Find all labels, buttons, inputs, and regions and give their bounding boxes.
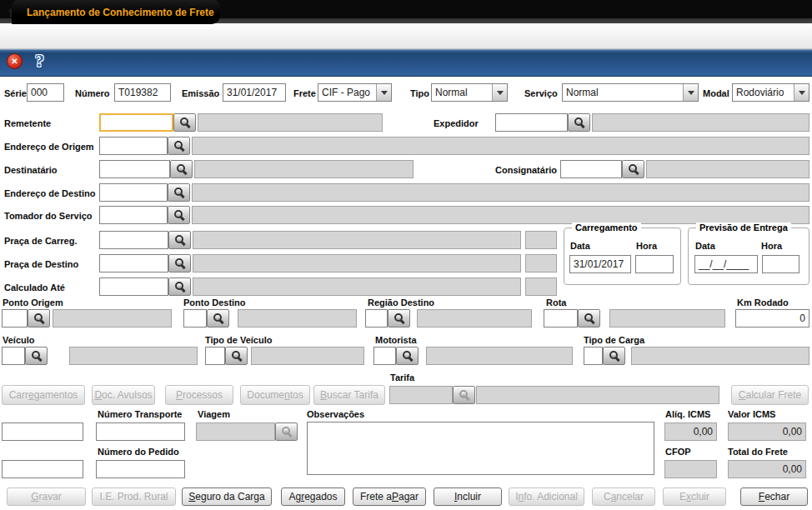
- emissao-input[interactable]: 31/01/2017: [223, 83, 286, 102]
- endereco-origem-search-button[interactable]: [168, 137, 190, 155]
- tipo-carga-search-button[interactable]: [603, 347, 625, 365]
- regiao-destino-desc-field: [417, 309, 532, 328]
- toolbar: [0, 49, 812, 77]
- help-icon[interactable]: ?: [35, 50, 44, 72]
- veiculo-code-input[interactable]: [2, 347, 25, 365]
- endereco-destino-code-input[interactable]: [99, 183, 168, 202]
- documentos-button[interactable]: Documentos: [240, 385, 310, 405]
- frete-label: Frete: [293, 88, 316, 98]
- praca-carreg-desc-field: [193, 231, 521, 249]
- expedidor-label: Expedidor: [434, 118, 479, 128]
- unlabeled-input-bottom[interactable]: [2, 460, 83, 478]
- remetente-code-input[interactable]: [99, 113, 173, 132]
- ponto-origem-code-input[interactable]: [2, 309, 28, 328]
- tipo-carga-code-input[interactable]: [584, 347, 603, 365]
- modal-select[interactable]: Rodoviário: [732, 83, 809, 102]
- tipo-veiculo-search-button[interactable]: [225, 347, 248, 365]
- destinatario-desc-field: [194, 160, 414, 178]
- tomador-search-button[interactable]: [168, 206, 190, 224]
- numero-input[interactable]: T019382: [114, 83, 171, 102]
- serie-input[interactable]: 000: [27, 83, 64, 102]
- calculado-ate-search-button[interactable]: [168, 278, 191, 296]
- endereco-origem-code-input[interactable]: [99, 137, 168, 155]
- tipo-select[interactable]: Normal: [431, 83, 508, 102]
- previsao-hora-label: Hora: [761, 241, 782, 251]
- search-icon: [213, 313, 224, 324]
- tarifa-search-button[interactable]: [453, 386, 475, 404]
- regiao-destino-search-button[interactable]: [388, 309, 410, 328]
- consignatario-search-button[interactable]: [622, 160, 644, 178]
- praca-destino-search-button[interactable]: [168, 254, 191, 272]
- motorista-search-button[interactable]: [396, 347, 419, 365]
- previsao-hora-input[interactable]: [762, 255, 799, 273]
- info-adicional-button[interactable]: Info. Adicional: [509, 488, 584, 506]
- servico-select[interactable]: Normal: [562, 83, 699, 102]
- calcular-frete-button[interactable]: Calcular Frete: [731, 385, 809, 405]
- search-icon: [281, 427, 293, 438]
- window-tab[interactable]: Lançamento de Conhecimento de Frete: [12, 0, 220, 24]
- praca-destino-code-input[interactable]: [99, 254, 168, 272]
- servico-dropdown-arrow-icon[interactable]: [683, 84, 698, 101]
- viagem-search-button[interactable]: [275, 422, 298, 441]
- frete-dropdown-arrow-icon[interactable]: [376, 84, 391, 101]
- viagem-label: Viagem: [198, 409, 230, 419]
- carregamento-hora-input[interactable]: [635, 255, 674, 273]
- endereco-destino-search-button[interactable]: [168, 183, 190, 202]
- tipo-dropdown-arrow-icon[interactable]: [492, 84, 507, 101]
- processos-button[interactable]: Processos: [165, 385, 233, 405]
- praca-destino-desc-field: [193, 254, 521, 272]
- endereco-origem-label: Endereço de Origem: [4, 142, 94, 152]
- doc-avulsos-button[interactable]: Doc. Avulsos: [92, 385, 155, 405]
- frete-select[interactable]: CIF - Pago: [318, 83, 392, 102]
- regiao-destino-code-input[interactable]: [365, 309, 388, 328]
- ponto-destino-search-button[interactable]: [207, 309, 229, 328]
- frete-a-pagar-button[interactable]: Frete a Pagar: [353, 488, 426, 506]
- carregamento-hora-label: Hora: [636, 241, 657, 251]
- rota-search-button[interactable]: [578, 309, 600, 328]
- expedidor-search-button[interactable]: [568, 113, 590, 132]
- cfop-label: CFOP: [665, 447, 691, 457]
- praca-carreg-search-button[interactable]: [168, 231, 191, 249]
- search-icon: [231, 351, 243, 362]
- consignatario-code-input[interactable]: [560, 160, 622, 178]
- ponto-destino-code-input[interactable]: [183, 309, 207, 328]
- tomador-code-input[interactable]: [99, 206, 168, 224]
- modal-dropdown-arrow-icon[interactable]: [794, 84, 809, 101]
- fechar-button[interactable]: Fechar: [740, 488, 808, 506]
- previsao-data-input[interactable]: __/__/____: [694, 255, 758, 273]
- search-icon: [173, 188, 185, 198]
- numero-transporte-input[interactable]: [96, 422, 185, 441]
- seguro-da-carga-button[interactable]: Seguro da Carga: [182, 488, 272, 506]
- praca-destino-label: Praça de Destino: [4, 259, 78, 269]
- observacoes-textarea[interactable]: [307, 422, 654, 475]
- incluir-button[interactable]: Incluir: [434, 488, 502, 506]
- tipo-veiculo-code-input[interactable]: [205, 347, 225, 365]
- buscar-tarifa-button[interactable]: Buscar Tarifa: [313, 385, 385, 405]
- veiculo-search-button[interactable]: [25, 347, 48, 365]
- carregamentos-button[interactable]: Carregamentos: [2, 385, 85, 405]
- carregamento-data-input[interactable]: 31/01/2017: [569, 255, 631, 273]
- agregados-button[interactable]: Agregados: [281, 488, 345, 506]
- ponto-origem-search-button[interactable]: [28, 309, 50, 328]
- km-rodado-input[interactable]: 0: [735, 309, 809, 328]
- rota-code-input[interactable]: [544, 309, 578, 328]
- emissao-label: Emissão: [182, 88, 219, 98]
- destinatario-search-button[interactable]: [170, 160, 193, 178]
- motorista-code-input[interactable]: [373, 347, 396, 365]
- cancelar-button[interactable]: Cancelar: [592, 488, 655, 506]
- gravar-button[interactable]: Gravar: [7, 488, 86, 506]
- search-icon: [174, 258, 186, 269]
- calculado-ate-code-input[interactable]: [99, 278, 168, 296]
- remetente-search-button[interactable]: [173, 113, 196, 132]
- numero-pedido-input[interactable]: [96, 460, 185, 478]
- search-icon: [174, 282, 186, 292]
- close-icon[interactable]: ✕: [7, 53, 23, 69]
- cfop-field: [664, 460, 717, 478]
- praca-carreg-code-input[interactable]: [99, 231, 168, 249]
- ie-prod-rural-button[interactable]: I.E. Prod. Rural: [92, 488, 176, 506]
- unlabeled-input-top[interactable]: [2, 422, 83, 441]
- excluir-button[interactable]: Excluir: [663, 488, 726, 506]
- destinatario-code-input[interactable]: [99, 160, 170, 178]
- calculado-ate-label: Calculado Até: [4, 282, 65, 292]
- expedidor-code-input[interactable]: [495, 113, 568, 132]
